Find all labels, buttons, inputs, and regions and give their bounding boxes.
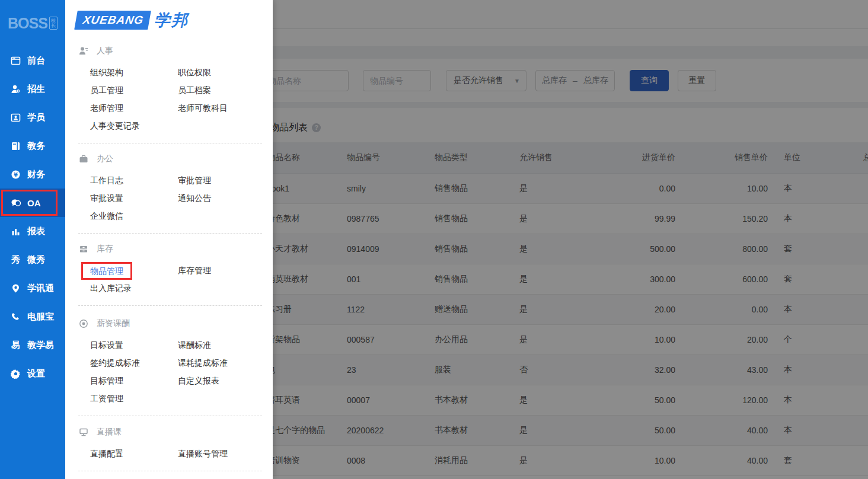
menu-item[interactable]: 员工档案 (178, 81, 262, 99)
menu-item[interactable]: 课酬标准 (178, 336, 262, 354)
menu-item[interactable]: 老师管理 (90, 99, 178, 117)
section-header-office: 办公 (78, 154, 262, 164)
menu-item[interactable]: 审批设置 (90, 189, 178, 207)
window-icon (10, 56, 21, 66)
oa-flyout-menu: XUEBANG 学邦 人事 组织架构 职位权限 员工管理 员工档案 老师管理 老… (65, 0, 273, 479)
sidebar: BOSS 校 长 前台 招生 学员 教务 ¥ 财务 (0, 0, 65, 479)
sidebar-item-students[interactable]: 学员 (0, 103, 65, 132)
person-icon (78, 46, 89, 56)
sidebar-item-reports[interactable]: 报表 (0, 217, 65, 245)
screen-icon (78, 427, 89, 437)
sidebar-item-finance[interactable]: ¥ 财务 (0, 160, 65, 189)
sidebar-item-front-desk[interactable]: 前台 (0, 46, 65, 75)
boss-logo: BOSS 校 长 (0, 0, 65, 46)
menu-item[interactable]: 人事变更记录 (90, 117, 178, 135)
divider (78, 305, 262, 306)
divider (78, 416, 262, 416)
menu-item[interactable]: 工资管理 (90, 389, 178, 407)
section-header-inventory: 库存 (78, 244, 262, 254)
section-items-inventory: 物品管理 库存管理 出入库记录 (90, 261, 262, 297)
menu-item[interactable]: 员工管理 (90, 81, 178, 99)
bar-chart-icon (10, 226, 21, 237)
sidebar-item-settings[interactable]: 设置 (0, 359, 65, 388)
menu-item[interactable]: 职位权限 (178, 63, 262, 81)
section-header-live: 直播课 (78, 427, 262, 437)
id-card-icon (10, 113, 21, 123)
menu-item[interactable]: 组织架构 (90, 63, 178, 81)
gear-icon (10, 369, 21, 379)
menu-item[interactable]: 企业微信 (90, 207, 178, 225)
sidebar-item-dianfubao[interactable]: 电服宝 (0, 302, 65, 331)
yi-character-icon: 易 (10, 340, 21, 351)
map-pin-icon (10, 283, 21, 293)
boss-logo-text: BOSS (8, 15, 47, 32)
menu-item[interactable]: 审批管理 (178, 171, 262, 189)
xuebang-logo-en: XUEBANG (74, 11, 151, 30)
menu-item[interactable]: 直播配置 (90, 445, 178, 462)
sidebar-item-weixiu[interactable]: 秀 微秀 (0, 245, 65, 274)
highlighted-menu-item[interactable]: 物品管理 (81, 262, 132, 280)
menu-item[interactable]: 老师可教科目 (178, 99, 262, 117)
phone-icon (10, 312, 21, 322)
section-header-salary: 薪资课酬 (78, 319, 262, 328)
menu-item[interactable]: 自定义报表 (178, 372, 262, 389)
menu-item[interactable]: 工作日志 (90, 171, 178, 189)
section-items-live: 直播配置 直播账号管理 (90, 445, 262, 462)
chat-icon (10, 198, 21, 208)
menu-item[interactable]: 目标管理 (90, 372, 178, 389)
yen-coin-icon: ¥ (10, 170, 21, 180)
briefcase-icon (78, 154, 89, 164)
menu-item[interactable]: 目标设置 (90, 336, 178, 354)
menu-item[interactable]: 库存管理 (178, 261, 262, 279)
svg-text:¥: ¥ (14, 171, 18, 178)
menu-item[interactable]: 通知公告 (178, 189, 262, 207)
menu-item-item-management[interactable]: 物品管理 (90, 261, 178, 279)
menu-item[interactable]: 签约提成标准 (90, 354, 178, 372)
sidebar-item-enrollment[interactable]: 招生 (0, 75, 65, 103)
section-header-hr: 人事 (78, 46, 262, 56)
menu-item[interactable]: 课耗提成标准 (178, 354, 262, 372)
section-items-hr: 组织架构 职位权限 员工管理 员工档案 老师管理 老师可教科目 人事变更记录 (90, 63, 262, 135)
sidebar-item-jiaoxueyi[interactable]: 易 教学易 (0, 331, 65, 359)
divider (78, 233, 262, 234)
target-icon (78, 319, 89, 328)
section-items-salary: 目标设置 课酬标准 签约提成标准 课耗提成标准 目标管理 自定义报表 工资管理 (90, 336, 262, 407)
section-items-office: 工作日志 审批管理 审批设置 通知公告 企业微信 (90, 171, 262, 225)
boxes-icon (78, 244, 89, 254)
book-icon (10, 141, 21, 151)
xiu-character-icon: 秀 (10, 254, 21, 266)
person-add-icon (10, 84, 21, 94)
sidebar-item-xuexuntong[interactable]: 学讯通 (0, 274, 65, 302)
menu-item[interactable]: 出入库记录 (90, 279, 178, 297)
menu-item[interactable]: 直播账号管理 (178, 445, 262, 462)
sidebar-item-oa[interactable]: OA (0, 189, 65, 217)
xuebang-logo: XUEBANG 学邦 (76, 9, 273, 31)
boss-logo-badge: 校 长 (49, 17, 58, 30)
divider (78, 143, 262, 143)
divider (78, 471, 262, 471)
sidebar-item-academics[interactable]: 教务 (0, 132, 65, 160)
xuebang-logo-cn: 学邦 (154, 9, 189, 31)
